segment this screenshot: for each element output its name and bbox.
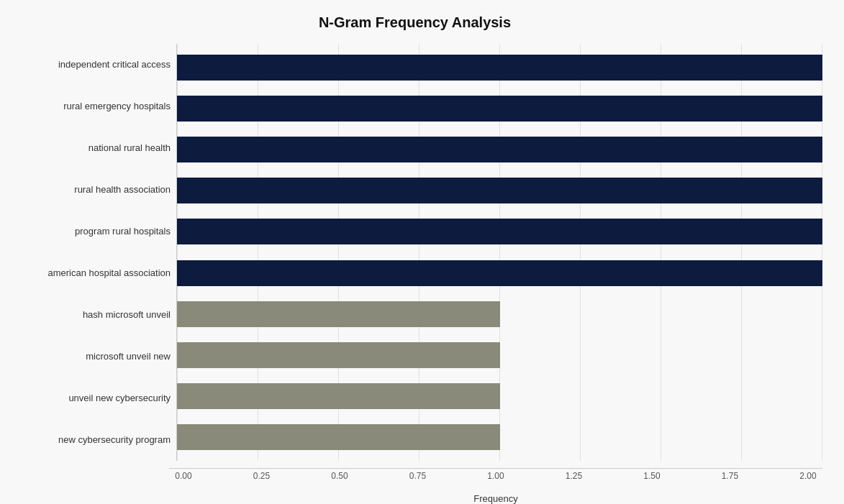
bar	[177, 96, 822, 122]
bar	[177, 219, 822, 244]
y-label: new cybersecurity program	[7, 421, 171, 459]
y-label: american hospital association	[7, 255, 171, 292]
bar	[177, 301, 500, 327]
bar	[177, 260, 822, 286]
bar	[177, 342, 500, 368]
x-tick: 0.75	[404, 471, 432, 481]
y-label: hash microsoft unveil	[7, 296, 171, 334]
chart-title: N-Gram Frequency Analysis	[7, 14, 822, 31]
bar-row	[177, 215, 822, 248]
x-tick: 1.00	[481, 471, 510, 481]
x-tick: 0.00	[169, 471, 198, 481]
x-tick: 1.25	[560, 471, 589, 481]
x-tick: 0.25	[248, 471, 276, 481]
x-tick: 1.50	[637, 471, 666, 481]
bar-row	[177, 257, 822, 290]
x-tick: 2.00	[794, 471, 822, 481]
bar-row	[177, 51, 822, 84]
y-label: rural emergency hospitals	[7, 88, 171, 125]
bar	[177, 178, 822, 203]
bar-row	[177, 133, 822, 166]
y-axis-labels: independent critical accessrural emergen…	[7, 44, 176, 461]
bar-row	[177, 298, 822, 331]
bar	[177, 383, 500, 409]
y-label: national rural health	[7, 129, 171, 167]
y-label: unveil new cybersecurity	[7, 380, 171, 417]
x-tick: 1.75	[716, 471, 745, 481]
bar-row	[177, 421, 822, 454]
x-tick: 0.50	[325, 471, 354, 481]
chart-container: N-Gram Frequency Analysis independent cr…	[0, 0, 844, 504]
bar-row	[177, 380, 822, 413]
bar	[177, 137, 822, 162]
bar-row	[177, 92, 822, 125]
bar	[177, 424, 500, 450]
x-axis-line	[169, 468, 822, 469]
bar-row	[177, 339, 822, 372]
x-axis: 0.000.250.500.751.001.251.501.752.00 Fre…	[169, 468, 822, 504]
y-label: independent critical access	[7, 46, 171, 83]
y-label: program rural hospitals	[7, 213, 171, 250]
x-axis-label: Frequency	[473, 493, 517, 504]
bar-row	[177, 174, 822, 207]
plot-area	[176, 44, 822, 461]
y-label: rural health association	[7, 171, 171, 209]
y-label: microsoft unveil new	[7, 338, 171, 375]
bar	[177, 55, 822, 81]
bars-wrapper	[177, 44, 822, 461]
chart-area: independent critical accessrural emergen…	[7, 44, 822, 461]
x-ticks: 0.000.250.500.751.001.251.501.752.00	[169, 471, 822, 481]
